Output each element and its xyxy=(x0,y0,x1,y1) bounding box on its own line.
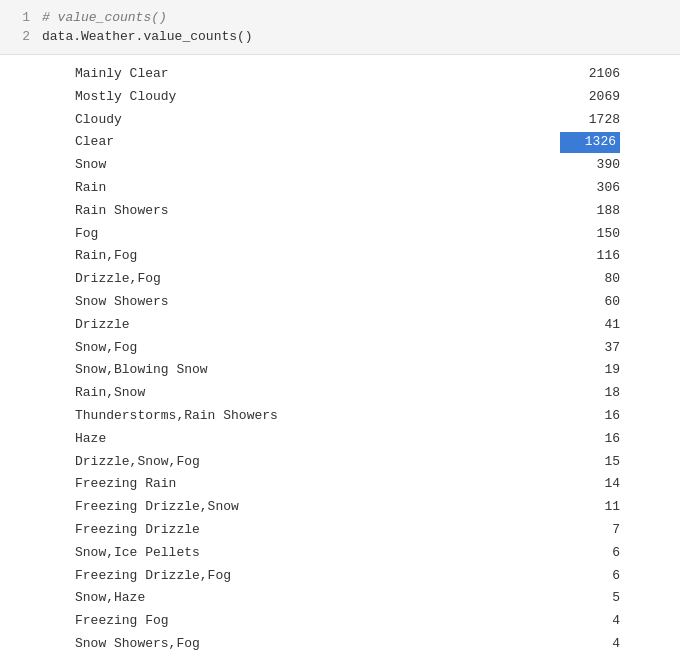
row-value: 5 xyxy=(560,588,620,609)
table-row: Cloudy1728 xyxy=(75,109,620,132)
row-label: Clear xyxy=(75,132,114,153)
row-label: Snow xyxy=(75,155,106,176)
table-row: Snow Showers,Fog4 xyxy=(75,633,620,656)
row-label: Freezing Rain xyxy=(75,474,176,495)
row-label: Rain Showers xyxy=(75,201,169,222)
table-row: Freezing Rain14 xyxy=(75,473,620,496)
table-row: Freezing Fog4 xyxy=(75,610,620,633)
table-row: Rain306 xyxy=(75,177,620,200)
row-value: 2106 xyxy=(560,64,620,85)
table-row: Rain,Snow18 xyxy=(75,382,620,405)
row-label: Snow,Blowing Snow xyxy=(75,360,208,381)
row-label: Freezing Drizzle,Fog xyxy=(75,566,231,587)
row-value: 15 xyxy=(560,452,620,473)
row-label: Snow Showers,Fog xyxy=(75,634,200,655)
table-row: Mostly Cloudy2069 xyxy=(75,86,620,109)
table-row: Snow Showers60 xyxy=(75,291,620,314)
code-statement-1: data.Weather.value_counts() xyxy=(42,29,253,44)
row-label: Drizzle xyxy=(75,315,130,336)
table-row: Freezing Drizzle7 xyxy=(75,519,620,542)
row-label: Snow,Ice Pellets xyxy=(75,543,200,564)
row-value: 80 xyxy=(560,269,620,290)
row-value: 7 xyxy=(560,520,620,541)
table-row: Clear1326 xyxy=(75,131,620,154)
row-label: Snow,Fog xyxy=(75,338,137,359)
table-row: Freezing Drizzle,Snow11 xyxy=(75,496,620,519)
row-label: Snow,Haze xyxy=(75,588,145,609)
data-table: Mainly Clear2106Mostly Cloudy2069Cloudy1… xyxy=(0,55,680,664)
row-value: 188 xyxy=(560,201,620,222)
table-row: Snow,Blowing Snow19 xyxy=(75,359,620,382)
row-value: 11 xyxy=(560,497,620,518)
row-label: Fog xyxy=(75,224,98,245)
table-row: Haze16 xyxy=(75,428,620,451)
table-row: Rain,Fog116 xyxy=(75,245,620,268)
row-label: Rain,Fog xyxy=(75,246,137,267)
row-label: Thunderstorms,Rain Showers xyxy=(75,406,278,427)
row-value: 390 xyxy=(560,155,620,176)
row-label: Mainly Clear xyxy=(75,64,169,85)
row-label: Snow Showers xyxy=(75,292,169,313)
row-value: 37 xyxy=(560,338,620,359)
code-line-2: 2 data.Weather.value_counts() xyxy=(0,27,680,46)
table-row: Snow390 xyxy=(75,154,620,177)
row-value: 18 xyxy=(560,383,620,404)
table-row: Snow,Ice Pellets6 xyxy=(75,542,620,565)
row-label: Haze xyxy=(75,429,106,450)
table-row: Freezing Drizzle,Fog6 xyxy=(75,565,620,588)
table-row: Thunderstorms,Rain Showers16 xyxy=(75,405,620,428)
row-label: Rain,Snow xyxy=(75,383,145,404)
row-label: Drizzle,Fog xyxy=(75,269,161,290)
row-value: 14 xyxy=(560,474,620,495)
row-value: 2069 xyxy=(560,87,620,108)
row-label: Mostly Cloudy xyxy=(75,87,176,108)
row-value: 1326 xyxy=(560,132,620,153)
row-value: 41 xyxy=(560,315,620,336)
code-comment-1: # value_counts() xyxy=(42,10,167,25)
table-row: Drizzle41 xyxy=(75,314,620,337)
row-value: 4 xyxy=(560,634,620,655)
row-value: 6 xyxy=(560,566,620,587)
row-value: 16 xyxy=(560,429,620,450)
line-number-1: 1 xyxy=(10,10,30,25)
table-row: Mainly Clear2106 xyxy=(75,63,620,86)
row-label: Cloudy xyxy=(75,110,122,131)
code-line-1: 1 # value_counts() xyxy=(0,8,680,27)
code-block: 1 # value_counts() 2 data.Weather.value_… xyxy=(0,0,680,55)
row-value: 4 xyxy=(560,611,620,632)
row-label: Freezing Fog xyxy=(75,611,169,632)
line-number-2: 2 xyxy=(10,29,30,44)
row-value: 150 xyxy=(560,224,620,245)
row-value: 1728 xyxy=(560,110,620,131)
row-label: Freezing Drizzle,Snow xyxy=(75,497,239,518)
row-value: 60 xyxy=(560,292,620,313)
table-row: Snow,Fog37 xyxy=(75,337,620,360)
row-value: 116 xyxy=(560,246,620,267)
table-row: Snow,Haze5 xyxy=(75,587,620,610)
row-value: 6 xyxy=(560,543,620,564)
row-label: Freezing Drizzle xyxy=(75,520,200,541)
row-label: Drizzle,Snow,Fog xyxy=(75,452,200,473)
row-value: 16 xyxy=(560,406,620,427)
table-row: Drizzle,Snow,Fog15 xyxy=(75,451,620,474)
table-row: Rain Showers188 xyxy=(75,200,620,223)
row-value: 19 xyxy=(560,360,620,381)
table-row: Drizzle,Fog80 xyxy=(75,268,620,291)
row-label: Rain xyxy=(75,178,106,199)
table-row: Fog150 xyxy=(75,223,620,246)
row-value: 306 xyxy=(560,178,620,199)
